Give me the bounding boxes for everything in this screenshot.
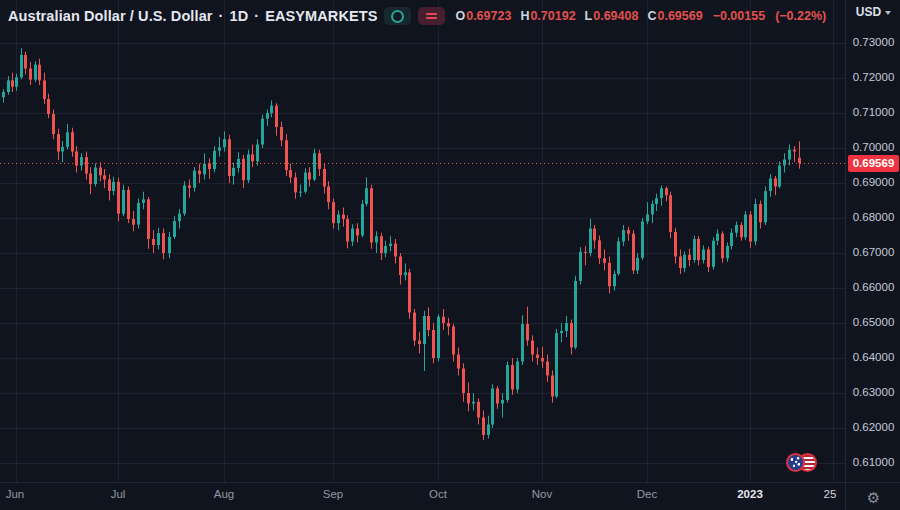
candle-body xyxy=(413,313,416,341)
candle-body xyxy=(188,185,191,188)
candle-body xyxy=(280,127,283,140)
exchange-label: EASYMARKETS xyxy=(265,8,377,24)
candle-body xyxy=(754,204,757,242)
candle-body xyxy=(636,258,639,271)
candle-body xyxy=(531,341,534,355)
candle-body xyxy=(721,234,724,259)
candle-body xyxy=(237,159,240,168)
low-label: L xyxy=(585,9,593,23)
candle-body xyxy=(589,229,592,254)
candle-body xyxy=(423,316,426,344)
time-tick-label: Nov xyxy=(532,488,552,500)
low-value: 0.69408 xyxy=(593,9,638,23)
symbol-title[interactable]: Australian Dollar / U.S. Dollar · 1D · E… xyxy=(8,8,377,24)
time-tick-label: 25 xyxy=(824,488,837,500)
axis-corner-cell: ⚙ xyxy=(845,482,900,510)
currency-selector[interactable]: USD xyxy=(846,5,900,19)
candle-body xyxy=(788,150,791,160)
candle-body xyxy=(627,230,630,234)
price-tick-label: 0.69000 xyxy=(846,176,900,188)
candle-body xyxy=(491,389,494,425)
price-tick-label: 0.65000 xyxy=(846,316,900,328)
candle-body xyxy=(356,229,359,236)
time-tick-label: Jul xyxy=(111,488,126,500)
candle-body xyxy=(323,169,326,187)
candle-body xyxy=(228,139,231,176)
candle-body xyxy=(313,153,316,179)
dot-toggle-button[interactable] xyxy=(384,7,411,25)
candle-body xyxy=(399,257,402,276)
candlestick-chart[interactable] xyxy=(0,0,845,482)
candle-body xyxy=(103,175,106,179)
candle-body xyxy=(173,221,176,237)
candle-body xyxy=(157,233,160,245)
candle-body xyxy=(29,69,32,80)
candle-body xyxy=(168,237,171,253)
candle-body xyxy=(384,246,387,253)
title-separator: · xyxy=(219,8,224,24)
candle-body xyxy=(404,272,407,275)
candle-body xyxy=(437,317,440,358)
candle-body xyxy=(546,362,549,376)
lines-toggle-button[interactable] xyxy=(418,7,445,25)
candle-body xyxy=(304,173,307,192)
candle-body xyxy=(394,244,397,257)
candle-body xyxy=(613,274,616,286)
candle-body xyxy=(501,400,504,404)
candle-body xyxy=(117,182,120,214)
candle-body xyxy=(20,55,23,77)
candle-body xyxy=(506,365,509,400)
close-label: C xyxy=(647,9,656,23)
candle-body xyxy=(232,168,235,176)
symbol-name: Australian Dollar / U.S. Dollar xyxy=(8,8,213,24)
candle-body xyxy=(496,389,499,404)
candle-body xyxy=(261,119,264,145)
candle-body xyxy=(622,230,625,241)
candle-body xyxy=(71,132,74,151)
candle-body xyxy=(11,80,14,86)
candle-body xyxy=(447,323,450,327)
candle-body xyxy=(641,222,644,258)
candle-body xyxy=(555,333,558,396)
time-axis[interactable]: JunJulAugSepOctNovDec202325 xyxy=(0,482,845,510)
candle-body xyxy=(80,157,83,165)
candle-body xyxy=(66,132,69,147)
candle-body xyxy=(270,106,273,113)
price-tick-label: 0.66000 xyxy=(846,281,900,293)
candle-body xyxy=(137,203,140,225)
change-value: −0.00155 xyxy=(713,9,765,23)
candle-body xyxy=(299,192,302,193)
au-flag-icon xyxy=(786,453,805,472)
candle-body xyxy=(716,234,719,241)
time-tick-label: Sep xyxy=(323,488,343,500)
candle-body xyxy=(294,177,297,192)
settings-gear-icon[interactable]: ⚙ xyxy=(867,490,880,505)
lines-icon xyxy=(426,17,437,19)
tradingview-chart-window: Australian Dollar / U.S. Dollar · 1D · E… xyxy=(0,0,900,510)
candle-body xyxy=(759,204,762,222)
price-axis[interactable]: USD 0.730000.720000.710000.700000.690000… xyxy=(845,0,900,482)
candle-body xyxy=(127,190,130,219)
candle-body xyxy=(665,188,668,195)
candle-body xyxy=(541,358,544,362)
candle-body xyxy=(251,154,254,161)
candle-body xyxy=(351,229,354,242)
candle-body xyxy=(198,171,201,175)
candle-body xyxy=(256,145,259,162)
candle-body xyxy=(769,178,772,191)
candle-body xyxy=(47,99,50,114)
candle-body xyxy=(521,324,524,362)
candle-body xyxy=(679,257,682,269)
candle-body xyxy=(327,187,330,203)
candle-body xyxy=(365,188,368,204)
candle-body xyxy=(472,402,475,404)
candle-body xyxy=(427,316,430,330)
candle-body xyxy=(52,114,55,134)
time-tick-label: Jun xyxy=(6,488,25,500)
candle-body xyxy=(361,204,364,236)
title-separator: · xyxy=(254,8,259,24)
open-value: 0.69723 xyxy=(466,9,511,23)
candle-body xyxy=(380,236,383,253)
candle-body xyxy=(147,199,150,239)
candle-body xyxy=(487,425,490,436)
